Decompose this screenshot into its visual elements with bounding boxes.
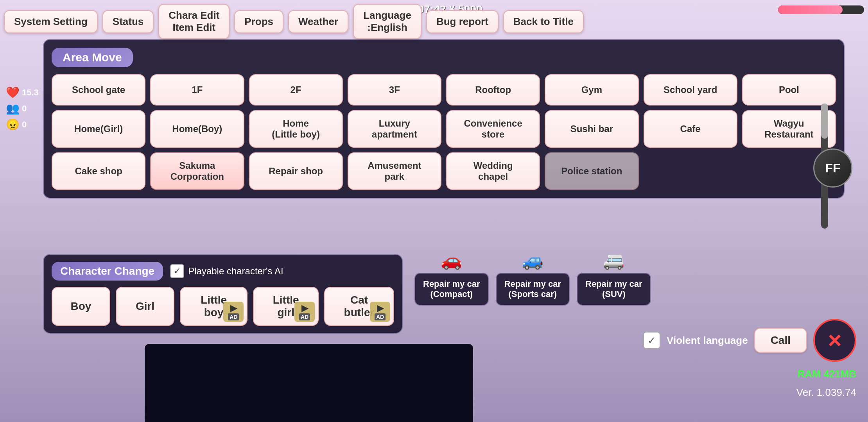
char-btn-little-boy[interactable]: Little boy▶AD bbox=[180, 287, 247, 326]
back-to-title-button[interactable]: Back to Title bbox=[503, 10, 584, 33]
bottom-right-controls: ✓ Violent language Call × RAM 421MB Ver.… bbox=[643, 319, 856, 399]
area-btn-home-little-boy[interactable]: Home (Little boy) bbox=[249, 110, 343, 148]
area-btn-cafe[interactable]: Cafe bbox=[644, 110, 737, 148]
area-btn-school-yard[interactable]: School yard bbox=[644, 74, 737, 106]
weather-button[interactable]: Weather bbox=[288, 10, 348, 33]
people-icon: 👥 bbox=[6, 102, 20, 115]
area-btn-repair-shop[interactable]: Repair shop bbox=[249, 152, 343, 190]
toolbar: System Setting Status Chara Edit Item Ed… bbox=[4, 4, 864, 39]
bug-report-button[interactable]: Bug report bbox=[426, 10, 499, 33]
likes-count: 15.3 bbox=[22, 88, 39, 98]
area-move-panel: Area Move School gate1F2F3FRooftopGymSch… bbox=[43, 39, 845, 198]
violent-language-row: ✓ Violent language Call × bbox=[643, 319, 856, 362]
violent-language-label: Violent language bbox=[667, 334, 748, 347]
social-value-2: 0 bbox=[22, 120, 27, 130]
props-button[interactable]: Props bbox=[234, 10, 283, 33]
ff-button[interactable]: FF bbox=[813, 148, 852, 188]
character-buttons: BoyGirlLittle boy▶ADLittle girl▶ADCat bu… bbox=[52, 287, 394, 326]
area-btn-amusement-park[interactable]: Amusement park bbox=[348, 152, 441, 190]
video-area bbox=[145, 344, 473, 422]
area-btn-rooftop[interactable]: Rooftop bbox=[446, 74, 540, 106]
char-btn-boy[interactable]: Boy bbox=[52, 287, 110, 326]
close-icon: × bbox=[828, 329, 841, 352]
heart-icon: ❤️ bbox=[6, 86, 20, 99]
car-repair-panel: 🚗 Repair my car (Compact) 🚙 Repair my ca… bbox=[414, 250, 651, 306]
violent-checkbox[interactable]: ✓ bbox=[643, 332, 660, 349]
area-scrollbar-thumb bbox=[821, 104, 828, 139]
repair-suv-button[interactable]: Repair my car (SUV) bbox=[577, 273, 651, 306]
area-btn-sushi-bar[interactable]: Sushi bar bbox=[545, 110, 638, 148]
character-change-panel: Character Change ✓ Playable character's … bbox=[43, 254, 403, 334]
system-setting-button[interactable]: System Setting bbox=[4, 10, 98, 33]
char-btn-girl[interactable]: Girl bbox=[116, 287, 174, 326]
char-btn-little-girl[interactable]: Little girl▶AD bbox=[253, 287, 319, 326]
area-grid: School gate1F2F3FRooftopGymSchool yardPo… bbox=[52, 74, 836, 190]
area-btn-convenience-store[interactable]: Convenience store bbox=[446, 110, 540, 148]
call-button[interactable]: Call bbox=[754, 328, 807, 353]
area-btn-school-gate[interactable]: School gate bbox=[52, 74, 145, 106]
area-btn-home-girl[interactable]: Home(Girl) bbox=[52, 110, 145, 148]
social-panel: ❤️ 15.3 👥 0 😠 0 bbox=[6, 86, 39, 131]
character-change-title: Character Change bbox=[52, 262, 163, 281]
char-change-header: Character Change ✓ Playable character's … bbox=[52, 262, 394, 281]
ai-label: Playable character's AI bbox=[188, 266, 283, 277]
ai-checkbox-wrapper: ✓ Playable character's AI bbox=[170, 264, 283, 278]
area-btn-1f[interactable]: 1F bbox=[150, 74, 244, 106]
area-btn-pool[interactable]: Pool bbox=[742, 74, 836, 106]
area-btn-gym[interactable]: Gym bbox=[545, 74, 638, 106]
violent-checkbox-wrapper: ✓ bbox=[643, 332, 660, 349]
language-button[interactable]: Language :English bbox=[353, 4, 421, 39]
progress-bar-fill bbox=[778, 5, 843, 14]
social-item-1: 👥 0 bbox=[6, 102, 39, 115]
angry-icon: 😠 bbox=[6, 118, 20, 131]
area-btn-3f[interactable]: 3F bbox=[348, 74, 441, 106]
social-item-2: 😠 0 bbox=[6, 118, 39, 131]
version-info: Ver. 1.039.74 bbox=[796, 386, 856, 399]
close-button[interactable]: × bbox=[813, 319, 856, 362]
status-button[interactable]: Status bbox=[102, 10, 154, 33]
progress-bar-container bbox=[778, 5, 864, 14]
area-btn-luxury-apartment[interactable]: Luxury apartment bbox=[348, 110, 441, 148]
area-btn-police-station[interactable]: Police station bbox=[545, 152, 638, 190]
ram-usage: RAM 421MB bbox=[798, 368, 856, 380]
area-btn-2f[interactable]: 2F bbox=[249, 74, 343, 106]
area-move-title: Area Move bbox=[52, 48, 133, 67]
char-btn-cat-butler[interactable]: Cat butler▶AD bbox=[324, 287, 394, 326]
repair-compact-button[interactable]: Repair my car (Compact) bbox=[414, 273, 489, 306]
area-btn-wedding-chapel[interactable]: Wedding chapel bbox=[446, 152, 540, 190]
area-btn-home-boy[interactable]: Home(Boy) bbox=[150, 110, 244, 148]
social-value-1: 0 bbox=[22, 104, 27, 114]
area-btn-cake-shop[interactable]: Cake shop bbox=[52, 152, 145, 190]
chara-edit-button[interactable]: Chara Edit Item Edit bbox=[158, 4, 230, 39]
area-btn-sakuma-corporation[interactable]: Sakuma Corporation bbox=[150, 152, 244, 190]
ai-checkbox[interactable]: ✓ bbox=[170, 264, 184, 278]
repair-sports-button[interactable]: Repair my car (Sports car) bbox=[496, 273, 570, 306]
likes-item: ❤️ 15.3 bbox=[6, 86, 39, 99]
